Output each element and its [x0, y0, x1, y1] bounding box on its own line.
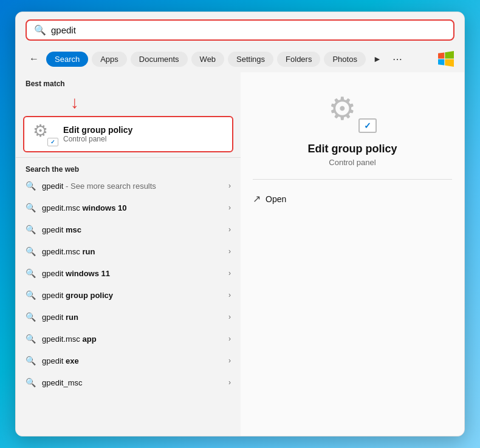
filter-photos[interactable]: Photos [324, 52, 365, 67]
open-button[interactable]: ↗︎ Open [253, 189, 286, 208]
search-window: 🔍 ← Search Apps Documents Web Settings F… [15, 12, 465, 436]
chevron-right-icon: › [228, 356, 231, 365]
search-input[interactable] [51, 25, 446, 35]
best-match-text: Edit group policy Control panel [63, 125, 132, 143]
search-icon: 🔍 [34, 24, 46, 36]
result-text: gpedit_msc [42, 378, 222, 387]
chevron-right-icon: › [228, 269, 231, 277]
list-item[interactable]: 🔍 gpedit msc › [16, 219, 241, 240]
right-icon-area: ⚙ [328, 90, 377, 133]
list-item[interactable]: 🔍 gpedit windows 11 › [16, 262, 241, 284]
left-panel: Best match ↓ ⚙ Edit group policy Control… [16, 72, 241, 436]
list-item[interactable]: 🔍 gpedit.msc app › [16, 328, 241, 350]
search-icon: 🔍 [26, 181, 36, 191]
result-text: gpedit - See more search results [42, 182, 222, 191]
result-text: gpedit.msc windows 10 [42, 203, 222, 212]
right-panel-subtitle: Control panel [329, 158, 375, 167]
best-match-icon: ⚙ [34, 123, 56, 145]
divider [16, 157, 241, 158]
chevron-right-icon: › [228, 291, 231, 299]
filter-folders[interactable]: Folders [277, 52, 320, 67]
chevron-right-icon: › [228, 182, 231, 190]
best-match-item[interactable]: ⚙ Edit group policy Control panel [23, 116, 233, 152]
gear-icon: ⚙ [33, 121, 48, 141]
search-icon: 🔍 [26, 246, 36, 256]
chevron-right-icon: › [228, 203, 231, 212]
list-item[interactable]: 🔍 gpedit_msc › [16, 372, 241, 393]
best-match-title: Edit group policy [63, 125, 132, 135]
right-panel: ⚙ Edit group policy Control panel ↗︎ Ope… [241, 72, 464, 436]
filter-documents[interactable]: Documents [131, 52, 188, 67]
open-external-icon: ↗︎ [253, 193, 261, 205]
search-icon: 🔍 [26, 312, 36, 322]
more-button[interactable]: ⋯ [389, 51, 406, 67]
filter-web[interactable]: Web [191, 52, 225, 67]
list-item[interactable]: 🔍 gpedit.msc run › [16, 240, 241, 262]
search-icon: 🔍 [26, 225, 36, 234]
result-text: gpedit exe [42, 356, 222, 365]
chevron-right-icon: › [228, 225, 231, 234]
list-item[interactable]: 🔍 gpedit group policy › [16, 284, 241, 306]
web-search-label: Search the web [16, 163, 241, 175]
list-item[interactable]: 🔍 gpedit.msc windows 10 › [16, 197, 241, 219]
list-item[interactable]: 🔍 gpedit run › [16, 306, 241, 328]
search-input-wrapper: 🔍 [26, 19, 454, 41]
content-area: Best match ↓ ⚙ Edit group policy Control… [16, 72, 464, 436]
right-gear-icon: ⚙ [328, 90, 357, 127]
best-match-label: Best match [16, 77, 241, 92]
red-arrow: ↓ [16, 92, 241, 114]
open-label: Open [266, 194, 286, 204]
search-icon: 🔍 [26, 356, 36, 365]
windows-logo [437, 50, 454, 67]
filter-bar: ← Search Apps Documents Web Settings Fol… [16, 47, 464, 72]
search-icon: 🔍 [26, 290, 36, 300]
search-icon: 🔍 [26, 334, 36, 344]
result-text: gpedit windows 11 [42, 269, 222, 278]
result-text: gpedit.msc app [42, 334, 222, 344]
result-text: gpedit.msc run [42, 247, 222, 256]
right-checkmark-box [358, 118, 377, 133]
search-icon: 🔍 [26, 268, 36, 278]
chevron-right-icon: › [228, 334, 231, 343]
search-icon: 🔍 [26, 203, 36, 212]
checkmark-box [47, 138, 58, 146]
right-panel-title: Edit group policy [308, 143, 397, 155]
play-button[interactable]: ► [369, 52, 385, 66]
search-bar-area: 🔍 [16, 12, 464, 47]
filter-settings[interactable]: Settings [228, 52, 273, 67]
result-text: gpedit run [42, 313, 222, 322]
result-text: gpedit msc [42, 225, 222, 234]
result-text: gpedit group policy [42, 291, 222, 300]
filter-search[interactable]: Search [46, 52, 88, 67]
chevron-right-icon: › [228, 378, 231, 387]
back-button[interactable]: ← [26, 51, 43, 67]
right-divider [253, 179, 452, 180]
chevron-right-icon: › [228, 247, 231, 256]
list-item[interactable]: 🔍 gpedit - See more search results › [16, 175, 241, 197]
search-icon: 🔍 [26, 378, 36, 387]
filter-apps[interactable]: Apps [92, 52, 127, 67]
list-item[interactable]: 🔍 gpedit exe › [16, 350, 241, 372]
chevron-right-icon: › [228, 313, 231, 321]
best-match-subtitle: Control panel [63, 135, 132, 143]
